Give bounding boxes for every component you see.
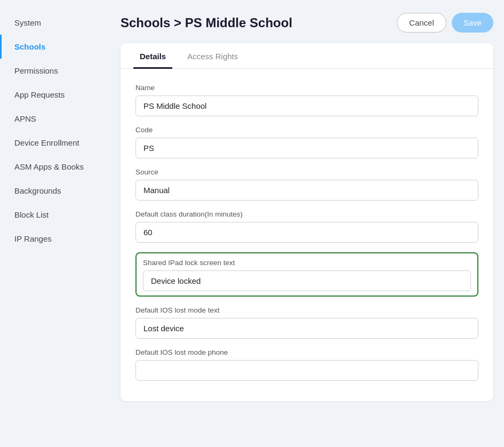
field-default-ios-lost-mode-phone: Default IOS lost mode phone [135,348,478,381]
sidebar-item-apns[interactable]: APNS [0,107,112,131]
main-content: Schools > PS Middle School Cancel Save D… [112,0,504,447]
form-body: NameCodeSourceDefault class duration(In … [121,69,493,401]
sidebar-item-app-requests[interactable]: App Requests [0,83,112,107]
label-name: Name [135,84,478,92]
sidebar-item-backgrounds[interactable]: Backgrounds [0,179,112,203]
input-default-ios-lost-mode-phone[interactable] [135,360,478,381]
input-code[interactable] [135,138,478,158]
sidebar-item-ip-ranges[interactable]: IP Ranges [0,227,112,251]
label-default-class-duration: Default class duration(In minutes) [135,210,478,218]
sidebar-item-asm-apps-books[interactable]: ASM Apps & Books [0,155,112,179]
cancel-button[interactable]: Cancel [397,13,446,33]
page-header: Schools > PS Middle School Cancel Save [121,13,493,33]
sidebar-item-block-list[interactable]: Block List [0,203,112,227]
field-default-ios-lost-mode-text: Default IOS lost mode text [135,306,478,339]
page-title: Schools > PS Middle School [121,15,292,30]
content-card: DetailsAccess Rights NameCodeSourceDefau… [121,43,493,401]
sidebar-item-device-enrollment[interactable]: Device Enrollment [0,131,112,155]
field-code: Code [135,126,478,158]
sidebar-item-system[interactable]: System [0,11,112,35]
input-default-ios-lost-mode-text[interactable] [135,318,478,339]
input-shared-ipad-lock-screen-text[interactable] [143,270,471,291]
sidebar-item-permissions[interactable]: Permissions [0,59,112,83]
label-shared-ipad-lock-screen-text: Shared IPad lock screen text [143,259,471,267]
input-source[interactable] [135,180,478,201]
field-shared-ipad-lock-screen-text: Shared IPad lock screen text [135,252,478,297]
field-default-class-duration: Default class duration(In minutes) [135,210,478,243]
label-code: Code [135,126,478,134]
input-default-class-duration[interactable] [135,222,478,243]
tab-details[interactable]: Details [133,43,172,69]
field-name: Name [135,84,478,116]
header-buttons: Cancel Save [397,13,493,33]
tab-access-rights[interactable]: Access Rights [181,43,244,69]
label-source: Source [135,168,478,176]
tabs-container: DetailsAccess Rights [121,43,493,69]
label-default-ios-lost-mode-text: Default IOS lost mode text [135,306,478,314]
save-button[interactable]: Save [452,13,493,33]
sidebar-item-schools[interactable]: Schools [0,35,112,59]
input-name[interactable] [135,95,478,116]
field-source: Source [135,168,478,201]
sidebar: SystemSchoolsPermissionsApp RequestsAPNS… [0,0,112,447]
label-default-ios-lost-mode-phone: Default IOS lost mode phone [135,348,478,356]
